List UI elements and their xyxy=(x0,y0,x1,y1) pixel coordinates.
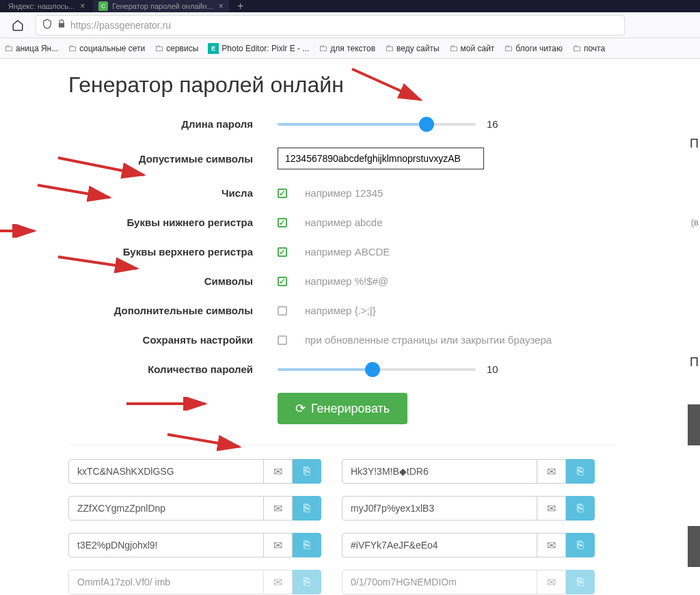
result-item: myJ0f7p%yex1xlB3 ✉ ⎘ xyxy=(342,496,595,521)
length-slider[interactable] xyxy=(278,123,476,126)
result-text[interactable]: OmmfA17zol.Vf0/ imb xyxy=(68,570,264,594)
close-icon[interactable]: × xyxy=(80,1,85,11)
result-item: #iVFYk7AeJF&eEo4 ✉ ⎘ xyxy=(342,533,595,557)
result-item: OmmfA17zol.Vf0/ imb ✉ ⎘ xyxy=(68,570,321,594)
page-content: Генератор паролей онлайн Длина пароля 16… xyxy=(0,59,700,594)
extra-checkbox[interactable] xyxy=(278,306,287,316)
refresh-icon: ⟳ xyxy=(295,401,306,416)
results-grid: kxTC&NAShKXDlGSG ✉ ⎘ Hk3Y!3M!B◆tDR6 ✉ ⎘ … xyxy=(68,445,615,594)
numbers-label: Числа xyxy=(68,187,253,199)
mail-button[interactable]: ✉ xyxy=(537,570,566,594)
copy-button[interactable]: ⎘ xyxy=(566,570,595,594)
uppercase-row: Буквы верхнего регистра например ABCDE xyxy=(68,246,700,258)
browser-tabs-bar: Яндекс: нашлось... × С Генератор паролей… xyxy=(0,0,700,12)
result-text[interactable]: 0/1/70om7HGNEMDIOm xyxy=(342,570,537,594)
copy-button[interactable]: ⎘ xyxy=(566,533,595,557)
result-item: ZZfXCYgmzZpnlDnp ✉ ⎘ xyxy=(68,496,321,521)
bookmark-item[interactable]: 🗀веду сайты xyxy=(385,43,439,53)
numbers-hint: например 12345 xyxy=(305,187,383,199)
count-row: Количество паролей 10 xyxy=(68,363,700,375)
bookmark-item[interactable]: 🗀социальные сети xyxy=(68,43,145,53)
mail-button[interactable]: ✉ xyxy=(264,533,293,557)
result-text[interactable]: myJ0f7p%yex1xlB3 xyxy=(342,496,537,521)
result-item: kxTC&NAShKXDlGSG ✉ ⎘ xyxy=(68,459,321,484)
copy-button[interactable]: ⎘ xyxy=(566,459,595,484)
mail-button[interactable]: ✉ xyxy=(537,496,566,521)
result-item: Hk3Y!3M!B◆tDR6 ✉ ⎘ xyxy=(342,459,595,484)
copy-button[interactable]: ⎘ xyxy=(293,533,321,557)
uppercase-label: Буквы верхнего регистра xyxy=(68,246,253,258)
result-text[interactable]: kxTC&NAShKXDlGSG xyxy=(68,459,264,484)
folder-icon: 🗀 xyxy=(4,43,13,53)
lowercase-hint: например abcde xyxy=(305,217,383,228)
extra-row: Дополнительные символы например {.>;|} xyxy=(68,305,700,316)
extra-label: Дополнительные символы xyxy=(68,305,253,316)
close-icon[interactable]: × xyxy=(219,1,224,11)
symbols-label: Символы xyxy=(68,275,253,287)
length-label: Длина пароля xyxy=(68,118,253,130)
mail-button[interactable]: ✉ xyxy=(537,459,566,484)
generate-button[interactable]: ⟳ Генерировать xyxy=(278,393,407,424)
uppercase-checkbox[interactable] xyxy=(278,247,287,257)
folder-icon: 🗀 xyxy=(572,43,581,53)
page-title: Генератор паролей онлайн xyxy=(68,72,700,98)
shield-icon xyxy=(42,18,53,31)
browser-tab-active[interactable]: С Генератор паролей онлайн... × xyxy=(93,0,229,12)
bookmark-item[interactable]: 🗀мой сайт xyxy=(449,43,495,53)
allowed-input[interactable] xyxy=(278,148,484,169)
lowercase-row: Буквы нижнего регистра например abcde xyxy=(68,217,700,228)
extra-hint: например {.>;|} xyxy=(305,305,376,316)
folder-icon: 🗀 xyxy=(504,43,513,53)
home-button[interactable] xyxy=(7,14,29,36)
allowed-row: Допустимые символы xyxy=(68,148,700,169)
mail-button[interactable]: ✉ xyxy=(264,496,293,521)
result-item: 0/1/70om7HGNEMDIOm ✉ ⎘ xyxy=(342,570,595,594)
browser-tab[interactable]: Яндекс: нашлось... × xyxy=(3,0,90,12)
count-label: Количество паролей xyxy=(68,363,253,375)
save-hint: при обновленные страницы или закрытии бр… xyxy=(305,334,552,346)
result-text[interactable]: t3E2%pDNgjohxl9! xyxy=(68,533,264,557)
symbols-checkbox[interactable] xyxy=(278,277,287,286)
length-value: 16 xyxy=(487,118,498,130)
count-value: 10 xyxy=(487,363,498,375)
bookmark-item[interactable]: 🗀аница Ян... xyxy=(4,43,58,53)
sidebar-image xyxy=(688,404,700,445)
save-label: Сохранять настройки xyxy=(68,334,253,346)
save-checkbox[interactable] xyxy=(278,335,287,345)
lowercase-label: Буквы нижнего регистра xyxy=(68,217,253,228)
mail-button[interactable]: ✉ xyxy=(537,533,566,557)
bookmark-item[interactable]: 🗀блоги читаю xyxy=(504,43,563,53)
copy-button[interactable]: ⎘ xyxy=(293,570,321,594)
lowercase-checkbox[interactable] xyxy=(278,218,287,227)
bookmark-item[interactable]: 🗀сервисы xyxy=(154,43,198,53)
numbers-row: Числа например 12345 xyxy=(68,187,700,199)
address-bar[interactable]: https://passgenerator.ru xyxy=(36,15,625,36)
folder-icon: 🗀 xyxy=(449,43,458,53)
tab-label: Яндекс: нашлось... xyxy=(8,2,75,10)
copy-button[interactable]: ⎘ xyxy=(566,496,595,521)
sidebar-text: (в xyxy=(691,217,699,227)
bookmark-item[interactable]: 🗀почта xyxy=(572,43,605,53)
folder-icon: 🗀 xyxy=(319,43,327,53)
pixlr-icon: E xyxy=(208,43,219,54)
annotation-arrow xyxy=(123,397,212,411)
new-tab-button[interactable]: + xyxy=(237,0,243,12)
bookmarks-bar: 🗀аница Ян... 🗀социальные сети 🗀сервисы E… xyxy=(0,38,700,59)
sidebar-image xyxy=(688,526,700,567)
symbols-hint: например %!$#@ xyxy=(305,275,388,287)
result-text[interactable]: ZZfXCYgmzZpnlDnp xyxy=(68,496,264,521)
bookmark-item[interactable]: 🗀для текстов xyxy=(319,43,375,53)
mail-button[interactable]: ✉ xyxy=(264,570,293,594)
count-slider[interactable] xyxy=(278,368,476,371)
result-text[interactable]: #iVFYk7AeJF&eEo4 xyxy=(342,533,537,557)
copy-button[interactable]: ⎘ xyxy=(293,459,321,484)
tab-label: Генератор паролей онлайн... xyxy=(112,2,213,10)
result-text[interactable]: Hk3Y!3M!B◆tDR6 xyxy=(342,459,537,484)
copy-button[interactable]: ⎘ xyxy=(293,496,321,521)
numbers-checkbox[interactable] xyxy=(278,189,287,198)
save-row: Сохранять настройки при обновленные стра… xyxy=(68,334,700,346)
mail-button[interactable]: ✉ xyxy=(264,459,293,484)
bookmark-item[interactable]: EPhoto Editor: Pixlr E - ... xyxy=(208,43,309,54)
tab-favicon: С xyxy=(98,1,108,11)
nav-bar: https://passgenerator.ru xyxy=(0,12,700,38)
